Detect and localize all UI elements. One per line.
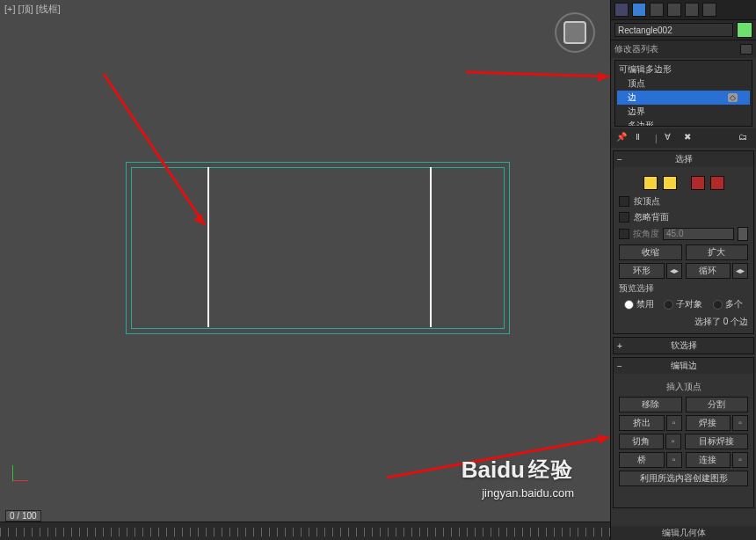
ring-spinner[interactable]: ◂▸ (666, 263, 682, 279)
rollout-edit-edges-title: 编辑边 (671, 360, 697, 372)
minus-icon: − (617, 155, 622, 164)
rollout-edit-geometry-header[interactable]: 编辑几何体 (611, 526, 756, 540)
timeline[interactable]: 0 / 100 (0, 522, 611, 540)
rollout-selection-title: 选择 (675, 153, 693, 165)
grow-button[interactable]: 扩大 (686, 244, 749, 260)
ignore-backface-checkbox[interactable]: 忽略背面 (619, 211, 748, 223)
tab-motion-icon[interactable] (667, 3, 681, 17)
stack-sub-border[interactable]: 边界 (617, 105, 750, 119)
stack-sub-vertex[interactable]: 顶点 (617, 77, 750, 91)
target-weld-button[interactable]: 目标焊接 (685, 434, 749, 449)
svg-marker-3 (598, 72, 609, 82)
stack-sub-edge-label: 边 (628, 91, 636, 104)
split-button[interactable]: 分割 (686, 397, 749, 412)
rollout-selection-header[interactable]: − 选择 (614, 151, 753, 167)
ignore-backface-label: 忽略背面 (634, 211, 669, 223)
subobj-polygon-icon[interactable] (710, 176, 724, 190)
radio-multi[interactable]: 多个 (713, 298, 743, 310)
preview-selection-radios: 禁用 子对象 多个 (619, 298, 748, 310)
ring-button[interactable]: 环形 (619, 263, 665, 279)
stack-selection-indicator-icon: ◇ (728, 93, 738, 102)
rollout-soft-selection-header[interactable]: + 软选择 (614, 338, 753, 354)
loop-spinner[interactable]: ◂▸ (732, 263, 748, 279)
stack-sub-edge[interactable]: 边 ◇ (617, 91, 750, 105)
stack-sub-polygon[interactable]: 多边形 (617, 119, 750, 127)
svg-marker-5 (597, 434, 609, 444)
configure-sets-icon[interactable]: 🗂 (738, 132, 751, 144)
axis-gizmo (12, 462, 32, 481)
by-angle-label: 按角度 (633, 228, 659, 240)
geometry-rectangle-inner (131, 167, 505, 329)
make-unique-icon[interactable]: ∀ (665, 132, 677, 144)
selected-edge-2 (430, 167, 432, 327)
tab-display-icon[interactable] (685, 3, 699, 17)
rollout-edit-edges: − 编辑边 插入顶点 移除 分割 挤出▫ 焊接▫ 切角▫ 目标焊接 桥▫ (613, 357, 754, 508)
bridge-button[interactable]: 桥 (619, 452, 665, 468)
tab-utilities-icon[interactable] (702, 3, 716, 17)
show-end-result-icon[interactable]: Ⅱ (636, 132, 648, 144)
modifier-list-dropdown[interactable]: 修改器列表 (611, 40, 756, 58)
shrink-button[interactable]: 收缩 (619, 244, 682, 260)
connect-settings-button[interactable]: ▫ (732, 452, 748, 468)
by-angle-checkbox[interactable] (619, 229, 629, 239)
rollout-soft-selection-title: 软选择 (671, 339, 697, 352)
loop-button[interactable]: 循环 (686, 263, 731, 279)
modifier-list-label: 修改器列表 (614, 43, 658, 55)
subobj-vertex-icon[interactable] (643, 176, 658, 190)
command-panel: 修改器列表 可编辑多边形 顶点 边 ◇ 边界 多边形 元素 📌 Ⅱ | ∀ ✖ … (610, 0, 756, 540)
radio-disable[interactable]: 禁用 (624, 298, 654, 310)
chevron-down-icon (740, 44, 752, 55)
command-panel-tabs (611, 0, 756, 19)
extrude-settings-button[interactable]: ▫ (666, 415, 682, 431)
crease-spinner[interactable] (686, 489, 745, 501)
svg-line-2 (466, 72, 609, 77)
tab-create-icon[interactable] (614, 3, 629, 17)
selection-info: 选择了 0 个边 (619, 316, 748, 328)
watermark-url: jingyan.baidu.com (482, 486, 574, 500)
extrude-button[interactable]: 挤出 (619, 415, 665, 431)
rollout-edit-edges-header[interactable]: − 编辑边 (614, 358, 753, 374)
watermark-cn: 经验 (528, 456, 574, 484)
subobj-border-icon[interactable] (691, 176, 705, 190)
bridge-settings-button[interactable]: ▫ (666, 452, 682, 468)
watermark-logo: Baidu 经验 (462, 456, 574, 484)
weld-settings-button[interactable]: ▫ (732, 415, 748, 431)
object-color-swatch[interactable] (737, 22, 752, 38)
tab-modify-icon[interactable] (632, 3, 646, 17)
by-angle-spinner-buttons (738, 227, 748, 241)
plus-icon: + (617, 341, 622, 351)
remove-button[interactable]: 移除 (619, 397, 682, 412)
chamfer-button[interactable]: 切角 (619, 434, 664, 449)
minus-icon: − (617, 361, 622, 371)
stack-editable-poly[interactable]: 可编辑多边形 (617, 62, 750, 77)
modifier-stack[interactable]: 可编辑多边形 顶点 边 ◇ 边界 多边形 元素 (614, 60, 752, 127)
subobj-edge-icon[interactable] (663, 176, 677, 190)
pin-stack-icon[interactable]: 📌 (616, 132, 629, 144)
remove-modifier-icon[interactable]: ✖ (684, 132, 696, 144)
insert-vertex-button[interactable]: 插入顶点 (619, 381, 748, 393)
object-name-row (611, 19, 756, 40)
chamfer-settings-button[interactable]: ▫ (665, 434, 681, 449)
modifier-stack-tools: 📌 Ⅱ | ∀ ✖ 🗂 (611, 128, 756, 148)
radio-subobject[interactable]: 子对象 (664, 298, 702, 310)
viewport[interactable]: [+] [顶] [线框] Baidu 经验 jingyan.baidu.com (0, 0, 611, 522)
weight-spinner[interactable] (619, 489, 679, 501)
rollout-soft-selection: + 软选择 (613, 337, 754, 354)
rollout-selection: − 选择 按顶点 忽略背面 按角度 45.0 (613, 150, 754, 334)
preview-selection-label: 预览选择 (619, 282, 748, 295)
viewport-label[interactable]: [+] [顶] [线框] (4, 3, 61, 16)
selected-edge-1 (207, 167, 209, 327)
timeline-knob[interactable]: 0 / 100 (5, 510, 41, 522)
svg-line-4 (387, 437, 609, 478)
connect-button[interactable]: 连接 (686, 452, 731, 468)
subobject-level-icons (619, 176, 748, 190)
by-angle-spinner: 45.0 (663, 228, 734, 240)
watermark-brand: Baidu (462, 456, 525, 484)
by-vertex-checkbox[interactable]: 按顶点 (619, 195, 748, 208)
by-vertex-label: 按顶点 (634, 195, 660, 208)
viewcube-gizmo[interactable] (555, 12, 595, 53)
create-shape-button[interactable]: 利用所选内容创建图形 (619, 471, 748, 486)
object-name-input[interactable] (614, 23, 733, 37)
weld-button[interactable]: 焊接 (686, 415, 731, 431)
tab-hierarchy-icon[interactable] (650, 3, 664, 17)
